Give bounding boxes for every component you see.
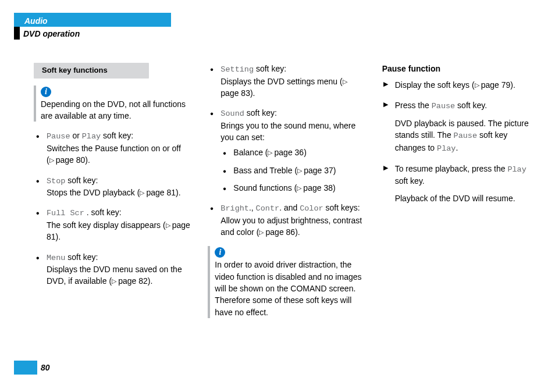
info-icon: i: [215, 247, 225, 258]
body-text: or: [72, 131, 81, 140]
body-text: soft key:: [67, 252, 98, 262]
body-text: Balance: [233, 148, 265, 157]
page-number-badge: [14, 361, 37, 375]
softkey-label: Play: [507, 165, 526, 174]
body-text: . soft key:: [87, 208, 122, 217]
body-text: Display the soft keys: [395, 80, 472, 90]
body-text: Sound functions: [233, 183, 294, 193]
info-text: In order to avoid driver distraction, th…: [215, 260, 361, 316]
softkey-label: Contr: [256, 204, 280, 213]
list-item: Bright., Contr. and Color soft keys: All…: [208, 202, 364, 238]
body-text: . and: [279, 203, 300, 212]
body-text: Displays the DVD settings menu: [220, 77, 340, 86]
section-tab: Audio: [14, 13, 171, 27]
softkey-label: Full Scr: [47, 209, 84, 218]
subsection-heading: Soft key functions: [34, 63, 149, 79]
body-text: soft key:: [67, 176, 98, 185]
page-ref: page 81: [140, 188, 176, 197]
list-item: Sound soft key: Brings you to the sound …: [208, 107, 364, 194]
page-ref: page 86: [259, 227, 295, 237]
page-number: 80: [37, 361, 50, 375]
info-text: Depending on the DVD, not all functions …: [41, 99, 186, 120]
body-text: soft keys:: [326, 203, 360, 212]
paragraph: DVD playback is paused. The picture stan…: [382, 117, 539, 154]
list-item: Full Scr . soft key: The soft key displa…: [34, 206, 190, 243]
step-item: Display the soft keys (page 79).: [382, 79, 539, 91]
body-text: soft key:: [103, 131, 133, 140]
body-text: soft key:: [247, 108, 277, 117]
softkey-label: Pause: [454, 131, 478, 140]
step-item: Press the Pause soft key.: [382, 99, 539, 112]
page-ref: page 37: [297, 166, 333, 175]
info-callout: i Depending on the DVD, not all function…: [34, 85, 190, 122]
paragraph: Playback of the DVD will resume.: [382, 193, 539, 204]
body-text: soft key.: [395, 176, 425, 186]
body-text: Switches the Pause function on or off: [47, 144, 181, 153]
sub-item: Balance (page 36): [220, 147, 364, 158]
sub-item: Bass and Treble (page 37): [220, 165, 364, 176]
page-title: DVD operation: [23, 27, 80, 40]
body-text: Playback of the DVD will resume.: [395, 194, 515, 203]
body-text: Bass and Treble: [233, 166, 294, 175]
body-text: The soft key display disappears: [47, 220, 163, 230]
page-ref: page 79: [475, 80, 511, 90]
section-tab-label: Audio: [24, 16, 48, 26]
body-text: soft key:: [256, 64, 286, 73]
info-callout: i In order to avoid driver distraction, …: [208, 246, 364, 318]
column-2: Setting soft key: Displays the DVD setti…: [208, 63, 364, 326]
body-text: To resume playback, press the: [395, 164, 508, 173]
sub-item: Sound functions (page 38): [220, 182, 364, 194]
softkey-label: Bright: [220, 204, 249, 213]
softkey-label: Pause: [47, 132, 70, 141]
softkey-label: Setting: [220, 65, 254, 74]
body-text: soft key.: [457, 101, 487, 110]
step-item: To resume playback, press the Play soft …: [382, 163, 539, 187]
page-ref: page 82: [112, 276, 148, 286]
list-item: Pause or Play soft key: Switches the Pau…: [34, 130, 190, 166]
sidebar-accent: [14, 27, 20, 40]
softkey-label: Stop: [47, 177, 65, 186]
softkey-label: Pause: [432, 102, 456, 111]
softkey-label: Play: [437, 144, 456, 153]
body-text: Stops the DVD playback: [47, 188, 137, 197]
list-item: Menu soft key: Displays the DVD menu sav…: [34, 251, 190, 287]
column-1: Soft key functions i Depending on the DV…: [34, 63, 190, 326]
page-ref: page 36: [268, 148, 304, 157]
softkey-label: Sound: [220, 109, 244, 118]
page-ref: page 38: [297, 183, 333, 193]
body-text: Brings you to the sound menu, where you …: [220, 121, 355, 142]
body-text: .,: [249, 203, 256, 212]
subsection-heading: Pause function: [382, 63, 539, 74]
body-text: Press the: [395, 101, 432, 110]
softkey-label: Menu: [47, 254, 65, 262]
column-3: Pause function Display the soft keys (pa…: [382, 63, 539, 326]
softkey-label: Play: [82, 132, 101, 141]
info-icon: i: [41, 87, 51, 97]
page-ref: page 80: [49, 155, 86, 165]
list-item: Stop soft key: Stops the DVD playback (p…: [34, 174, 190, 199]
body-text: .: [456, 143, 458, 152]
softkey-label: Color: [300, 204, 323, 213]
list-item: Setting soft key: Displays the DVD setti…: [208, 63, 364, 99]
